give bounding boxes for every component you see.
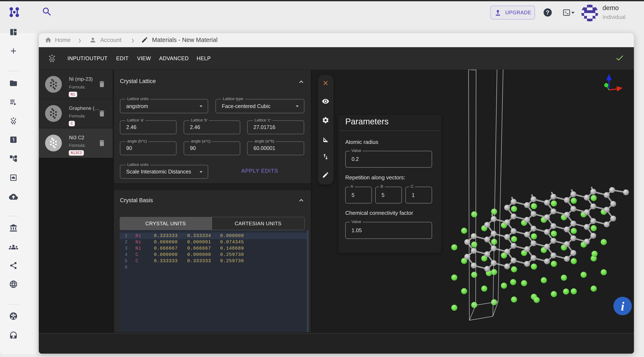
svg-text:i: i	[621, 299, 624, 313]
